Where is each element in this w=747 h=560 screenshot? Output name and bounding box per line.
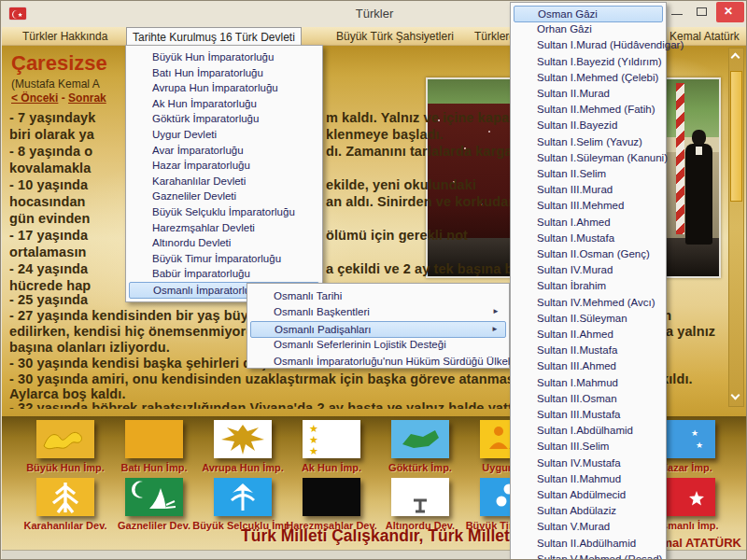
menu-item[interactable]: Sultan II.Abdülhamid — [514, 536, 663, 551]
states-dropdown-menu: Büyük Hun İmparatorluğuBatı Hun İmparato… — [125, 45, 323, 302]
flag-stars3-icon[interactable]: ★★★ — [303, 420, 360, 458]
close-icon: ✕ — [724, 5, 733, 18]
menu-item[interactable]: Sultan III.Selim — [514, 439, 663, 454]
article-text-line: - 24 yaşında — [9, 261, 88, 276]
maximize-icon — [697, 7, 707, 16]
previous-link[interactable]: < Önceki — [11, 91, 58, 105]
menu-item[interactable]: Sultan IV.Mehmed (Avcı) — [514, 295, 663, 310]
menu-item[interactable]: Sultan III.Osman — [514, 391, 663, 406]
svg-text:★: ★ — [309, 423, 318, 434]
flag-dragon-icon[interactable] — [36, 420, 94, 458]
menu-item[interactable]: Sultan II.Mahmud — [514, 471, 663, 486]
article-text-line: m kaldı. Yalnız ve içine kapanık — [326, 110, 529, 125]
menu-item[interactable]: Büyük Selçuklu İmparatorluğu — [129, 204, 319, 219]
menu-item[interactable]: Sultan Abdülaziz — [514, 503, 663, 518]
menu-item[interactable]: Sultan I.Selim (Yavuz) — [514, 134, 663, 149]
menu-item[interactable]: Osman Gâzi — [514, 6, 663, 22]
menu-item[interactable]: Sultan II.Murad — [514, 86, 663, 101]
menu-item[interactable]: Harezmşahlar Devleti — [129, 220, 319, 235]
menubar-item[interactable]: Türkler Hakkında — [17, 27, 113, 46]
menu-item[interactable]: Sultan II.Mustafa — [514, 343, 663, 357]
maximize-button[interactable] — [690, 1, 714, 23]
minimize-button[interactable] — [666, 1, 690, 23]
flag-tamga-icon[interactable] — [391, 478, 449, 516]
scroll-down-button[interactable] — [729, 390, 743, 406]
menu-item[interactable]: Sultan I.Süleyman (Kanuni) — [514, 150, 663, 165]
menu-item[interactable]: Osmanlı Tarihi — [250, 288, 506, 303]
menu-item[interactable]: Osmanlı Başkentleri► — [250, 304, 506, 319]
flag-peacock-icon[interactable] — [125, 478, 183, 516]
menu-item[interactable]: Sultan I.Bayezid (Yıldırım) — [514, 54, 663, 69]
article-text-line: biri olarak ya — [9, 127, 94, 142]
menu-item[interactable]: Sultan II.Mehmed (Fatih) — [514, 102, 663, 117]
article-text-line: ekilde, yeni okulundaki — [326, 177, 476, 192]
menu-item[interactable]: Sultan II.Süleyman — [514, 311, 663, 326]
menu-item[interactable]: Sultan I.Abdülhamid — [514, 423, 663, 438]
menu-item[interactable]: Osmanlı İmparatorluğu'nun Hüküm Sürdüğü … — [250, 354, 506, 369]
close-button[interactable]: ✕ — [716, 2, 744, 22]
menu-item[interactable]: Sultan III.Ahmed — [514, 358, 663, 373]
menubar-item[interactable]: Tarihte Kurulmuş 16 Türk Devleti — [126, 27, 302, 47]
scrollbar[interactable] — [728, 48, 744, 407]
flag-eagle-icon[interactable] — [214, 420, 272, 458]
article-byline: (Mustafa Kemal A — [11, 77, 100, 91]
menu-item[interactable]: Sultan II.Selim — [514, 166, 663, 181]
menu-item[interactable]: Sultan III.Mustafa — [514, 407, 663, 422]
menu-item[interactable]: Avrupa Hun İmparatorluğu — [129, 80, 319, 95]
article-text-line: an aldı. Sinirden ve korkudan üç — [326, 194, 537, 209]
menu-item[interactable]: Sultan I.Ahmed — [514, 215, 663, 230]
menu-item[interactable]: Sultan I.Mustafa — [514, 231, 663, 245]
menu-item[interactable]: Büyük Hun İmparatorluğu — [129, 49, 319, 64]
menu-item[interactable]: Sultan V.Mehmed (Reşad) — [514, 552, 663, 560]
menu-item[interactable]: Sultan V.Murad — [514, 519, 663, 534]
menu-item[interactable]: Osmanlı Seferlerinin Lojistik Desteği — [250, 337, 506, 352]
article-text-line: - 32 yaşında böbrek rahatsızlığından Viy… — [9, 400, 521, 409]
menu-item[interactable]: Göktürk İmparatorluğu — [129, 111, 319, 126]
article-text-line: - 27 yaşında kendisinden bir yaş büyük m — [9, 308, 280, 323]
ataturk-figure — [685, 144, 712, 245]
menu-item[interactable]: Osmanlı Padişahları► — [250, 321, 506, 338]
menu-item[interactable]: Batı Hun İmparatorluğu — [129, 65, 319, 80]
menu-item[interactable]: Altınordu Devleti — [129, 235, 319, 250]
flag-tree-icon[interactable] — [36, 478, 94, 516]
menu-item[interactable]: Sultan II.Bayezid — [514, 118, 663, 133]
menu-item[interactable]: Sultan I.Mahmud — [514, 375, 663, 390]
menu-item[interactable]: Gazneliler Devleti — [129, 189, 319, 203]
menu-item[interactable]: Karahanlılar Devleti — [129, 174, 319, 189]
menubar-item[interactable]: Büyük Türk Şahsiyetleri — [331, 27, 459, 46]
menu-item[interactable]: Avar İmparatorluğu — [129, 143, 319, 158]
flag-wolf-icon[interactable] — [391, 420, 449, 458]
article-text-line: - 17 yaşında — [9, 228, 88, 243]
menu-item[interactable]: Sultan III.Murad — [514, 182, 663, 197]
article-pagination: < Önceki - Sonrak — [11, 91, 106, 105]
menu-item[interactable]: Uygur Devleti — [129, 127, 319, 142]
menu-item[interactable]: Sultan II.Osman (Genç) — [514, 246, 663, 261]
next-link[interactable]: Sonrak — [68, 91, 106, 105]
article-text-line: kovalamakla — [9, 161, 91, 175]
menu-item[interactable]: Ak Hun İmparatorluğu — [129, 96, 319, 111]
submenu-arrow-icon: ► — [492, 304, 500, 319]
flag-plain-icon[interactable] — [303, 478, 360, 516]
menu-item[interactable]: Sultan İbrahim — [514, 278, 663, 293]
article-text-line: a çekildi ve 2 ay tek başına bir — [326, 261, 522, 276]
ottoman-submenu: Osmanlı TarihiOsmanlı Başkentleri►Osmanl… — [247, 283, 510, 369]
menu-item[interactable]: Sultan Abdülmecid — [514, 487, 663, 502]
menu-item[interactable]: Orhan Gâzi — [514, 21, 663, 36]
scroll-up-button[interactable] — [729, 49, 743, 64]
menu-item[interactable]: Sultan III.Mehmed — [514, 198, 663, 213]
menu-item[interactable]: Sultan I.Murad (Hüdâvendigar) — [514, 37, 663, 52]
ataturk-figure-head — [692, 130, 706, 145]
menu-item[interactable]: Babür İmparatorluğu — [129, 266, 319, 281]
scrollbar-thumb[interactable] — [730, 71, 742, 202]
flag-bow-icon[interactable] — [214, 478, 272, 516]
article-title: Çaresizse — [11, 51, 107, 76]
menu-item[interactable]: Sultan IV.Mustafa — [514, 455, 663, 470]
flag-plain-icon[interactable] — [125, 420, 183, 458]
article-text-line: - 8 yaşında o — [9, 144, 92, 159]
menu-item[interactable]: Hazar İmparatorluğu — [129, 158, 319, 173]
menu-item[interactable]: Sultan II.Ahmed — [514, 327, 663, 342]
menu-item[interactable]: Büyük Timur İmparatorluğu — [129, 251, 319, 266]
menu-item[interactable]: Sultan IV.Murad — [514, 262, 663, 277]
article-text-line: edilirken, kendisi hiç önemsenmiyordu. I — [9, 324, 275, 339]
menu-item[interactable]: Sultan I.Mehmed (Çelebi) — [514, 70, 663, 85]
